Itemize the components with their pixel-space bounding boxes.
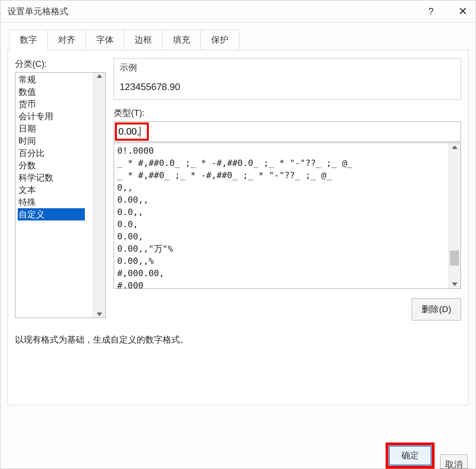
category-item-custom[interactable]: 自定义 [18, 208, 85, 220]
category-label: 分类(C): [15, 58, 106, 70]
category-scrollbar[interactable] [93, 73, 105, 318]
window-title: 设置单元格格式 [7, 6, 68, 17]
format-scrollbar[interactable] [448, 143, 461, 288]
format-item[interactable]: 0,, [117, 181, 448, 194]
scroll-up-icon[interactable] [97, 74, 102, 78]
scroll-down-icon[interactable] [97, 313, 102, 316]
dialog-buttons: 确定 取消 [386, 443, 468, 469]
type-input-highlight: 0.00, [115, 122, 149, 141]
scroll-down-icon[interactable] [452, 283, 457, 286]
format-cells-dialog: 设置单元格格式 ? ✕ 数字 对齐 字体 边框 填充 保护 分类(C): 常规 [0, 0, 476, 469]
tab-protection[interactable]: 保护 [201, 30, 239, 50]
ok-button-highlight: 确定 [386, 443, 435, 469]
format-item[interactable]: 0.00,,"万"% [117, 243, 448, 255]
category-item-general[interactable]: 常规 [18, 73, 93, 86]
close-button[interactable]: ✕ [457, 5, 469, 18]
format-item[interactable]: #,000 [117, 279, 448, 288]
category-item-currency[interactable]: 货币 [18, 98, 93, 110]
format-item[interactable]: _ * #,##0.0_ ;_ * -#,##0.0_ ;_ * "-"??_ … [117, 157, 448, 169]
category-item-date[interactable]: 日期 [18, 122, 93, 135]
format-item[interactable]: 0!.0000 [117, 145, 448, 157]
category-item-text[interactable]: 文本 [18, 184, 93, 196]
tab-fill[interactable]: 填充 [163, 30, 201, 50]
sample-value: 123455678.90 [120, 81, 455, 92]
tab-strip: 数字 对齐 字体 边框 填充 保护 [9, 30, 469, 50]
type-input-value: 0.00, [118, 126, 139, 137]
help-button[interactable]: ? [425, 6, 437, 17]
tab-font[interactable]: 字体 [86, 30, 124, 50]
category-listbox[interactable]: 常规 数值 货币 会计专用 日期 时间 百分比 分数 科学记数 文本 特殊 自定… [15, 72, 106, 318]
format-item[interactable]: #,000.00, [117, 267, 448, 279]
scrollbar-track[interactable] [448, 149, 461, 283]
sample-label: 示例 [120, 62, 455, 73]
delete-button[interactable]: 删除(D) [412, 298, 461, 320]
hint-text: 以现有格式为基础，生成自定义的数字格式。 [15, 334, 461, 346]
tab-number[interactable]: 数字 [9, 30, 48, 50]
category-item-special[interactable]: 特殊 [18, 196, 93, 208]
category-item-number[interactable]: 数值 [18, 86, 93, 98]
sample-box: 示例 123455678.90 [114, 58, 461, 100]
content-area: 数字 对齐 字体 边框 填充 保护 分类(C): 常规 数值 货币 会计专用 [0, 23, 476, 405]
tab-border[interactable]: 边框 [124, 30, 163, 50]
format-item[interactable]: 0.0, [117, 218, 448, 230]
format-item[interactable]: _ * #,##0_ ;_ * -#,##0_ ;_ * "-"??_ ;_ @… [117, 169, 448, 181]
format-item[interactable]: 0.0,, [117, 206, 448, 218]
type-label: 类型(T): [114, 107, 461, 119]
category-item-percentage[interactable]: 百分比 [18, 147, 93, 159]
scrollbar-thumb[interactable] [450, 251, 459, 266]
category-item-accounting[interactable]: 会计专用 [18, 110, 93, 122]
detail-column: 示例 123455678.90 类型(T): 0.00, 0!.0000 _ *… [114, 58, 461, 320]
ok-button[interactable]: 确定 [389, 446, 431, 465]
text-cursor [140, 126, 141, 137]
scroll-up-icon[interactable] [452, 145, 457, 149]
titlebar: 设置单元格格式 ? ✕ [0, 0, 476, 23]
tab-panel: 分类(C): 常规 数值 货币 会计专用 日期 时间 百分比 分数 科学记数 [7, 50, 469, 405]
cancel-button[interactable]: 取消 [440, 454, 468, 469]
tab-alignment[interactable]: 对齐 [48, 30, 86, 50]
delete-row: 删除(D) [114, 298, 461, 320]
format-item[interactable]: 0.00,, [117, 194, 448, 206]
category-item-time[interactable]: 时间 [18, 135, 93, 147]
format-item[interactable]: 0.00,,% [117, 255, 448, 267]
titlebar-controls: ? ✕ [425, 5, 469, 18]
category-column: 分类(C): 常规 数值 货币 会计专用 日期 时间 百分比 分数 科学记数 [15, 58, 106, 320]
type-input[interactable]: 0.00, [114, 121, 461, 142]
format-code-listbox[interactable]: 0!.0000 _ * #,##0.0_ ;_ * -#,##0.0_ ;_ *… [114, 143, 461, 289]
category-item-scientific[interactable]: 科学记数 [18, 171, 93, 184]
format-item[interactable]: 0.00, [117, 230, 448, 243]
category-item-fraction[interactable]: 分数 [18, 159, 93, 171]
